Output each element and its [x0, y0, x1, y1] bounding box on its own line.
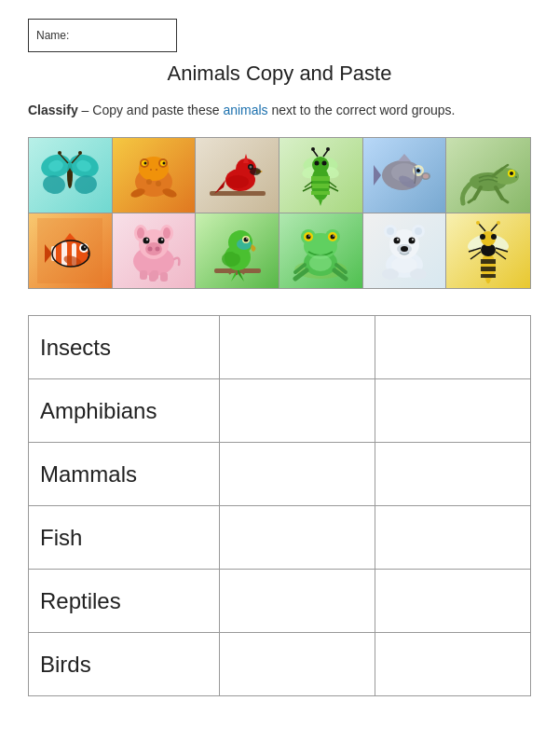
svg-point-4 — [74, 173, 99, 196]
svg-point-10 — [78, 151, 82, 155]
svg-point-150 — [391, 256, 417, 273]
svg-point-98 — [146, 239, 148, 241]
animal-cell-bee[interactable] — [280, 138, 363, 213]
svg-line-167 — [496, 252, 506, 259]
svg-line-162 — [491, 224, 498, 231]
svg-point-17 — [143, 162, 146, 165]
svg-point-129 — [308, 235, 310, 237]
classify-table: InsectsAmphibiansMammalsFishReptilesBird… — [28, 315, 531, 696]
worksheet-page: Name: Animals Copy and Paste Classify – … — [0, 0, 559, 756]
category-row-insects: Insects — [29, 316, 531, 379]
animal-cell-clownfish[interactable] — [29, 213, 113, 288]
animal-cell-cardinal[interactable] — [196, 138, 280, 213]
svg-rect-156 — [481, 274, 496, 278]
name-label: Name: — [36, 29, 69, 42]
svg-line-48 — [323, 150, 328, 157]
category-label-amphibians: Amphibians — [29, 379, 220, 443]
svg-point-102 — [155, 247, 159, 252]
svg-point-160 — [491, 234, 497, 240]
category-label-insects: Insects — [29, 316, 220, 379]
answer-cell-mammals-2[interactable] — [375, 443, 530, 506]
svg-point-145 — [412, 239, 414, 241]
svg-point-130 — [333, 235, 334, 237]
answer-cell-mammals-1[interactable] — [219, 443, 375, 506]
animal-cell-pig[interactable] — [113, 213, 197, 288]
category-label-fish: Fish — [29, 506, 220, 570]
svg-point-70 — [510, 172, 513, 175]
svg-rect-154 — [481, 259, 496, 264]
animal-cell-greenfrog[interactable] — [280, 213, 363, 288]
svg-line-75 — [502, 199, 508, 202]
svg-point-147 — [401, 246, 408, 252]
svg-line-161 — [479, 224, 485, 231]
svg-point-164 — [497, 221, 500, 225]
answer-cell-fish-2[interactable] — [375, 506, 530, 570]
animal-row-2 — [29, 213, 530, 288]
svg-point-159 — [480, 234, 485, 240]
svg-marker-51 — [319, 200, 322, 206]
classify-label: Classify — [28, 103, 78, 117]
svg-marker-57 — [374, 165, 381, 186]
animal-cell-toad[interactable] — [113, 138, 197, 213]
svg-line-53 — [303, 186, 312, 191]
category-label-mammals: Mammals — [29, 443, 220, 506]
animal-cell-lizard[interactable] — [446, 138, 530, 213]
svg-rect-25 — [210, 191, 266, 196]
animal-grid — [28, 137, 531, 289]
category-row-reptiles: Reptiles — [29, 570, 531, 633]
svg-point-141 — [415, 227, 422, 235]
svg-rect-106 — [160, 272, 168, 282]
svg-point-63 — [419, 168, 421, 170]
animal-row-1 — [29, 138, 530, 213]
svg-point-23 — [146, 179, 152, 185]
svg-point-49 — [311, 147, 315, 151]
svg-point-24 — [156, 181, 161, 186]
svg-line-73 — [469, 199, 474, 202]
svg-point-94 — [137, 227, 144, 239]
animal-cell-parrot[interactable] — [196, 213, 280, 288]
animal-cell-wasp[interactable] — [446, 213, 530, 288]
svg-point-140 — [387, 227, 394, 235]
answer-cell-reptiles-1[interactable] — [219, 570, 375, 633]
answer-cell-reptiles-2[interactable] — [375, 570, 530, 633]
category-label-reptiles: Reptiles — [29, 570, 220, 633]
svg-point-2 — [42, 173, 67, 196]
svg-point-45 — [315, 161, 320, 166]
animal-cell-butterfly[interactable] — [29, 138, 113, 213]
category-row-birds: Birds — [29, 633, 531, 696]
svg-point-44 — [312, 157, 329, 173]
name-box[interactable]: Name: — [28, 19, 177, 52]
answer-cell-amphibians-1[interactable] — [219, 379, 375, 443]
svg-line-165 — [470, 252, 481, 259]
category-row-amphibians: Amphibians — [29, 379, 531, 443]
svg-line-55 — [329, 186, 338, 191]
instructions: Classify – Copy and paste these animals … — [28, 101, 531, 120]
answer-cell-insects-2[interactable] — [375, 316, 530, 379]
svg-point-116 — [246, 238, 248, 240]
svg-point-143 — [408, 238, 415, 244]
svg-point-20 — [156, 169, 157, 171]
category-row-fish: Fish — [29, 506, 531, 570]
animal-cell-polarbear[interactable] — [363, 213, 447, 288]
svg-point-34 — [249, 166, 252, 169]
svg-point-31 — [226, 175, 249, 188]
svg-rect-41 — [311, 176, 330, 181]
svg-point-101 — [147, 247, 152, 252]
svg-rect-80 — [61, 241, 67, 267]
svg-point-144 — [397, 239, 399, 241]
svg-marker-30 — [243, 154, 249, 163]
svg-marker-169 — [485, 280, 491, 283]
animal-cell-fishface[interactable] — [363, 138, 447, 213]
answer-cell-insects-1[interactable] — [219, 316, 375, 379]
svg-point-50 — [326, 147, 330, 151]
answer-cell-birds-1[interactable] — [219, 633, 375, 696]
category-row-mammals: Mammals — [29, 443, 531, 506]
answer-cell-birds-2[interactable] — [375, 633, 530, 696]
svg-point-142 — [393, 238, 400, 244]
instructions-middle: – Copy and paste these — [78, 103, 224, 117]
svg-point-115 — [243, 238, 248, 242]
svg-point-46 — [322, 161, 327, 166]
answer-cell-amphibians-2[interactable] — [375, 379, 530, 443]
page-title: Animals Copy and Paste — [28, 62, 531, 86]
answer-cell-fish-1[interactable] — [219, 506, 375, 570]
